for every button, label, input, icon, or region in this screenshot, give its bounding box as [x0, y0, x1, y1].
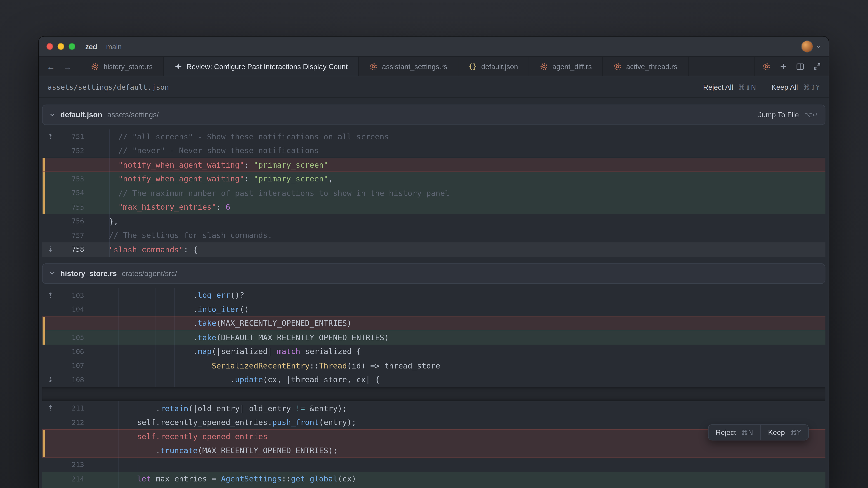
code-line[interactable]: .take(DEFAULT_MAX_RECENTLY_OPENED_ENTRIE… [84, 333, 825, 342]
code-line-row[interactable]: 753 "notify_when_agent_waiting": "primar… [42, 172, 825, 186]
code-line[interactable]: .into_iter() [84, 305, 825, 314]
code-line[interactable]: .log_err()? [84, 291, 825, 299]
breadcrumb[interactable]: assets/settings/default.json [48, 83, 169, 91]
line-number[interactable]: 755 [59, 203, 84, 211]
line-number[interactable]: 758 [59, 246, 84, 254]
modified-hunk-bar [43, 430, 45, 444]
excerpt-header[interactable]: default.jsonassets/settings/Jump To File… [42, 105, 825, 125]
line-number[interactable]: 211 [59, 404, 84, 412]
code-line-row[interactable]: 105 .take(DEFAULT_MAX_RECENTLY_OPENED_EN… [42, 330, 825, 344]
expand-down-icon[interactable]: ⇣ [42, 376, 59, 384]
code-line-row[interactable]: 757 // The settings for slash commands. [42, 228, 825, 242]
code-line-row[interactable]: 755 "max_history_entries": 6 [42, 200, 825, 214]
line-number[interactable]: 213 [59, 460, 84, 469]
zoom-button[interactable] [69, 43, 75, 50]
code-line-row[interactable]: ⇡103 .log_err()? [42, 288, 825, 302]
back-button[interactable]: ← [44, 60, 58, 73]
code-line[interactable]: // The settings for slash commands. [84, 231, 825, 240]
tab-review-configure-past-interactions-display-count[interactable]: Review: Configure Past Interactions Disp… [164, 57, 359, 76]
code-line-row[interactable]: 754 // The maximum number of past intera… [42, 186, 825, 200]
keep-hunk-button[interactable]: Keep⌘Y [761, 425, 808, 440]
code-line-row[interactable]: "notify_when_agent_waiting": "primary_sc… [42, 158, 825, 172]
line-number[interactable]: 751 [59, 132, 84, 141]
desktop: zed main ←→ history_store.rsReview: Conf… [0, 0, 868, 488]
line-number[interactable]: 212 [59, 418, 84, 427]
code-line[interactable]: SerializedRecentEntry::Thread(id) => thr… [84, 361, 825, 370]
close-button[interactable] [46, 43, 53, 50]
branch-label[interactable]: main [106, 42, 122, 51]
code-line-row[interactable]: ⇣758 "slash_commands": { [42, 242, 825, 256]
tab-agent-diff-rs[interactable]: agent_diff.rs [529, 57, 603, 76]
code-line-row[interactable]: ⇡211 .retain(|old_entry| old_entry != &e… [42, 401, 825, 415]
code-line-row[interactable]: 752 // "never" - Never show these notifi… [42, 144, 825, 158]
code-line[interactable]: .update(cx, |thread_store, cx| { [84, 375, 825, 384]
code-line[interactable]: // The maximum number of past interactio… [84, 188, 825, 197]
code-line-row[interactable]: 106 .map(|serialized| match serialized { [42, 344, 825, 358]
line-number[interactable]: 756 [59, 217, 84, 225]
code-line-row[interactable]: 104 .into_iter() [42, 302, 825, 316]
line-number[interactable]: 103 [59, 291, 84, 299]
code-line[interactable]: // "never" - Never show these notificati… [84, 146, 825, 155]
code-line[interactable]: .truncate(MAX_RECENTLY_OPENED_ENTRIES); [84, 446, 825, 455]
keep-all-button[interactable]: Keep All ⌘⇧Y [772, 83, 820, 91]
tab-active-thread-rs[interactable]: active_thread.rs [603, 57, 688, 76]
code-line[interactable]: "slash_commands": { [84, 245, 825, 254]
button-label: Keep All [772, 83, 798, 91]
excerpt-section-history_store.rs: history_store.rscrates/agent/src/⇡103 .l… [42, 263, 825, 488]
expand-up-icon[interactable]: ⇡ [42, 404, 59, 412]
code-line[interactable]: // "all_screens" - Show these notificati… [84, 132, 825, 141]
split-pane-button[interactable] [796, 62, 804, 71]
code-line-row[interactable]: .take(MAX_RECENTLY_OPENED_ENTRIES) [42, 316, 825, 330]
excerpt-header[interactable]: history_store.rscrates/agent/src/ [42, 263, 825, 284]
forward-button[interactable]: → [61, 60, 74, 73]
rust-icon [614, 62, 622, 71]
app-title: zed [85, 42, 97, 51]
code-line[interactable]: "max_history_entries": 6 [84, 203, 825, 212]
code-line[interactable]: .map(|serialized| match serialized { [84, 347, 825, 356]
tab-assistant-settings-rs[interactable]: assistant_settings.rs [359, 57, 458, 76]
code-line[interactable]: }, [84, 217, 825, 225]
line-number[interactable]: 107 [59, 361, 84, 370]
code-block: ⇡103 .log_err()?104 .into_iter() .take(M… [42, 288, 825, 387]
reject-hunk-button[interactable]: Reject⌘N [708, 425, 761, 440]
avatar[interactable] [802, 41, 813, 52]
jump-to-file-button[interactable]: Jump To File⌥↵ [758, 111, 818, 119]
code-line[interactable]: .retain(|old_entry| old_entry != &entry)… [84, 404, 825, 413]
line-number[interactable]: 214 [59, 475, 84, 483]
shortcut-hint: ⌘N [741, 428, 753, 437]
chevron-down-icon[interactable] [816, 44, 821, 49]
modified-hunk-bar [43, 200, 45, 214]
line-number[interactable]: 754 [59, 189, 84, 197]
code-line-row[interactable]: 215 .max_history_entries [42, 486, 825, 488]
tab-history-store-rs[interactable]: history_store.rs [80, 57, 164, 76]
rust-icon[interactable] [762, 62, 771, 71]
code-line-row[interactable]: 107 SerializedRecentEntry::Thread(id) =>… [42, 359, 825, 372]
line-number[interactable]: 752 [59, 147, 84, 155]
minimize-button[interactable] [58, 43, 64, 50]
code-line-row[interactable]: 756 }, [42, 214, 825, 228]
expand-down-icon[interactable]: ⇣ [42, 246, 59, 254]
chevron-down-icon[interactable] [49, 268, 55, 278]
expand-pane-button[interactable] [813, 63, 821, 70]
code-line[interactable]: let max_entries = AgentSettings::get_glo… [84, 474, 825, 483]
expand-up-icon[interactable]: ⇡ [42, 291, 59, 299]
chevron-down-icon[interactable] [49, 110, 55, 120]
expand-up-icon[interactable]: ⇡ [42, 132, 59, 141]
new-tab-button[interactable] [779, 63, 787, 70]
reject-all-button[interactable]: Reject All ⌘⇧N [703, 83, 756, 91]
code-line[interactable]: "notify_when_agent_waiting": "primary_sc… [84, 160, 825, 169]
code-line-row[interactable]: 213 [42, 457, 825, 471]
line-number[interactable]: 753 [59, 175, 84, 183]
code-line-row[interactable]: ⇣108 .update(cx, |thread_store, cx| { [42, 372, 825, 387]
code-line[interactable]: "notify_when_agent_waiting": "primary_sc… [84, 174, 825, 183]
code-line-row[interactable]: ⇡751 // "all_screens" - Show these notif… [42, 129, 825, 143]
code-line-row[interactable]: 214 let max_entries = AgentSettings::get… [42, 472, 825, 486]
tab-default-json[interactable]: {}default.json [458, 57, 529, 76]
line-number[interactable]: 104 [59, 305, 84, 313]
code-line-row[interactable]: .truncate(MAX_RECENTLY_OPENED_ENTRIES); [42, 444, 825, 457]
line-number[interactable]: 108 [59, 376, 84, 384]
code-line[interactable]: .take(MAX_RECENTLY_OPENED_ENTRIES) [84, 319, 825, 328]
line-number[interactable]: 105 [59, 333, 84, 341]
line-number[interactable]: 757 [59, 231, 84, 239]
line-number[interactable]: 106 [59, 347, 84, 356]
